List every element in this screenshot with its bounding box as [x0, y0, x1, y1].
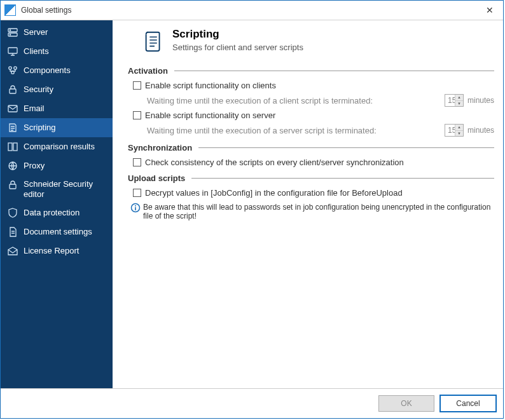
spinner-down-icon[interactable]: ▼: [455, 131, 463, 137]
row-upload-warning: Be aware that this will lead to password…: [128, 200, 494, 220]
sidebar-item-label: Server: [24, 27, 48, 37]
mail-icon: [7, 103, 18, 114]
spinner-up-icon[interactable]: ▲: [455, 125, 463, 131]
global-settings-window: Global settings ✕ Server Clients Comp: [0, 0, 504, 419]
monitor-icon: [7, 46, 18, 57]
sidebar-item-label: Data protection: [24, 208, 80, 218]
sidebar-item-document-settings[interactable]: Document settings: [1, 222, 113, 241]
page-subtitle: Settings for client and server scripts: [172, 43, 303, 52]
app-icon: [4, 4, 16, 16]
label-enable-server: Enable script functionality on server: [145, 111, 275, 120]
lock-icon: [7, 84, 18, 95]
sidebar-item-label: Scripting: [24, 123, 56, 133]
titlebar: Global settings ✕: [1, 1, 503, 20]
window-title: Global settings: [21, 6, 476, 15]
compare-icon: [7, 141, 18, 152]
unit-server-wait: minutes: [467, 126, 494, 135]
sidebar-item-clients[interactable]: Clients: [1, 42, 113, 61]
sidebar-item-comparison-results[interactable]: Comparison results: [1, 137, 113, 156]
page-title: Scripting: [172, 28, 303, 41]
sidebar-item-email[interactable]: Email: [1, 99, 113, 118]
sidebar-item-label: Security: [24, 85, 53, 95]
spinner-client-wait: 15 ▲ ▼ minutes: [445, 94, 494, 107]
label-decrypt-jobconfig: Decrypt values in [JobConfig] in the con…: [145, 188, 403, 198]
group-heading-sync: Synchronization: [128, 143, 494, 152]
row-enable-clients: Enable script functionality on clients: [128, 79, 494, 93]
scripting-page-icon: [141, 28, 167, 55]
shield-icon: [7, 207, 18, 219]
sidebar-item-label: License Report: [24, 246, 79, 256]
sidebar-item-label: Components: [24, 65, 71, 76]
sidebar: Server Clients Components Security: [1, 20, 113, 388]
sidebar-item-proxy[interactable]: Proxy: [1, 156, 113, 175]
group-heading-activation: Activation: [128, 66, 494, 76]
globe-icon: [7, 160, 18, 172]
svg-point-2: [10, 30, 10, 30]
group-activation: Activation Enable script functionality o…: [128, 66, 494, 139]
dialog-footer: OK Cancel: [1, 388, 503, 418]
label-enable-clients: Enable script functionality on clients: [145, 81, 276, 90]
label-check-consistency: Check consistency of the scripts on ever…: [145, 158, 404, 167]
checkbox-check-consistency[interactable]: [133, 158, 141, 166]
sidebar-item-data-protection[interactable]: Data protection: [1, 203, 113, 222]
sidebar-item-label: Schneider Security editor: [24, 179, 106, 200]
sidebar-item-label: Proxy: [24, 161, 45, 171]
group-synchronization: Synchronization Check consistency of the…: [128, 143, 494, 170]
spinner-up-icon[interactable]: ▲: [455, 95, 463, 101]
svg-rect-9: [8, 105, 17, 112]
row-server-wait: Waiting time until the execution of a se…: [128, 123, 494, 139]
sidebar-item-schneider-security-editor[interactable]: Schneider Security editor: [1, 175, 113, 203]
cancel-button[interactable]: Cancel: [439, 395, 497, 412]
checkbox-enable-clients[interactable]: [133, 81, 141, 90]
group-heading-upload: Upload scripts: [128, 173, 494, 183]
svg-rect-4: [8, 48, 17, 53]
svg-rect-16: [135, 207, 136, 210]
sidebar-item-server[interactable]: Server: [1, 23, 113, 42]
svg-rect-11: [13, 143, 17, 151]
spinner-server-wait: 15 ▲ ▼ minutes: [445, 124, 494, 137]
info-icon: [130, 203, 141, 213]
sidebar-item-scripting[interactable]: Scripting: [1, 118, 113, 137]
lock-icon: [7, 179, 18, 191]
svg-point-5: [9, 67, 11, 69]
row-client-wait: Waiting time until the execution of a cl…: [128, 93, 494, 109]
svg-point-6: [14, 67, 17, 69]
sidebar-item-license-report[interactable]: License Report: [1, 241, 113, 261]
components-icon: [7, 65, 18, 76]
main-panel: Scripting Settings for client and server…: [113, 20, 503, 388]
checkbox-decrypt-jobconfig[interactable]: [133, 189, 141, 197]
script-icon: [7, 122, 18, 133]
spinner-down-icon[interactable]: ▼: [455, 101, 463, 107]
mail-open-icon: [7, 245, 18, 257]
page-header: Scripting Settings for client and server…: [128, 28, 494, 64]
sidebar-item-label: Comparison results: [24, 142, 95, 152]
row-decrypt-jobconfig: Decrypt values in [JobConfig] in the con…: [128, 187, 494, 200]
upload-warning-text: Be aware that this will lead to password…: [143, 203, 494, 220]
sidebar-item-security[interactable]: Security: [1, 80, 113, 99]
close-button[interactable]: ✕: [476, 1, 503, 20]
svg-rect-13: [10, 184, 16, 189]
sidebar-item-components[interactable]: Components: [1, 61, 113, 80]
label-client-wait: Waiting time until the execution of a cl…: [147, 96, 373, 105]
sidebar-item-label: Document settings: [24, 227, 92, 237]
svg-rect-10: [8, 143, 12, 151]
group-upload-scripts: Upload scripts Decrypt values in [JobCon…: [128, 173, 494, 220]
sidebar-item-label: Clients: [24, 46, 49, 57]
label-server-wait: Waiting time until the execution of a se…: [147, 126, 377, 135]
svg-point-15: [135, 205, 136, 207]
document-icon: [7, 226, 18, 238]
svg-rect-8: [10, 89, 16, 93]
ok-button[interactable]: OK: [378, 395, 434, 412]
checkbox-enable-server[interactable]: [133, 111, 141, 119]
sidebar-item-label: Email: [24, 104, 45, 114]
main-body: Server Clients Components Security: [1, 20, 503, 388]
unit-client-wait: minutes: [467, 96, 494, 105]
server-icon: [7, 27, 18, 38]
svg-point-3: [10, 34, 10, 35]
row-check-consistency: Check consistency of the scripts on ever…: [128, 156, 494, 170]
row-enable-server: Enable script functionality on server: [128, 109, 494, 123]
